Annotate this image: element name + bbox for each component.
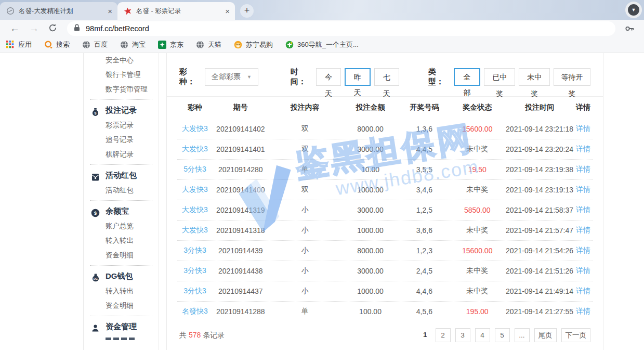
sidebar-item-安全中心[interactable]: 安全中心: [84, 53, 159, 68]
issue-number: 202109141318: [213, 226, 269, 235]
page-button-...[interactable]: ...: [515, 328, 530, 342]
refresh-icon[interactable]: [48, 23, 57, 34]
lottery-link[interactable]: 大发快3: [177, 205, 213, 215]
close-icon[interactable]: ×: [108, 7, 112, 15]
lottery-link[interactable]: 大发快3: [177, 185, 213, 195]
bet-time: 2021-09-14 21:27:55: [505, 307, 574, 316]
browser-tab-2[interactable]: 名發 - 彩票记录 ×: [117, 2, 235, 20]
table-row: 大发快3202109141400双1000.003,4,6未中奖2021-09-…: [177, 179, 593, 200]
sidebar-section-活动红包[interactable]: 活动红包: [84, 167, 159, 183]
back-icon[interactable]: ←: [10, 23, 20, 33]
detail-link[interactable]: 详情: [574, 287, 593, 296]
detail-link[interactable]: 详情: [574, 246, 593, 255]
lottery-link[interactable]: 名發快3: [177, 307, 213, 316]
detail-link[interactable]: 详情: [574, 165, 593, 174]
column-header: 开奖号码: [399, 103, 449, 112]
type-filter-全部[interactable]: 全部: [454, 68, 480, 86]
forward-icon[interactable]: →: [29, 23, 39, 33]
sidebar-item-资金明细[interactable]: 资金明细: [84, 299, 159, 313]
sidebar-item-资金明细[interactable]: 资金明细: [84, 248, 159, 263]
lottery-link[interactable]: 3分快3: [177, 287, 213, 296]
detail-link[interactable]: 详情: [574, 124, 593, 134]
detail-link[interactable]: 详情: [574, 205, 593, 215]
funds-icon: [91, 322, 100, 331]
prize-status: 未中奖: [449, 266, 505, 276]
issue-number: 20210914280: [213, 165, 269, 174]
bookmark-item[interactable]: 天猫: [196, 40, 221, 49]
table-row: 3分快320210914438小3000.002,4,5未中奖2021-09-1…: [177, 261, 593, 281]
lottery-link[interactable]: 3分快3: [177, 266, 213, 276]
svg-text:DG: DG: [94, 277, 98, 280]
sidebar-item-追号记录[interactable]: 追号记录: [84, 133, 159, 147]
sidebar-item-转入转出[interactable]: 转入转出: [84, 284, 159, 299]
bet-content: 双: [269, 124, 341, 134]
lottery-link[interactable]: 5分快3: [177, 165, 213, 174]
lottery-link[interactable]: 3分快3: [177, 246, 213, 255]
browser-tab-1[interactable]: 名發-大发精准计划 ×: [0, 2, 117, 20]
sidebar-item-活动红包[interactable]: 活动红包: [84, 183, 159, 198]
lottery-link[interactable]: 大发快3: [177, 124, 213, 134]
bet-time: 2021-09-14 21:49:14: [505, 287, 574, 295]
bookmark-item[interactable]: 搜索: [44, 40, 70, 49]
issue-number: 202109141400: [213, 186, 269, 194]
browser-toolbar: ← → 98mf.cc/betRecord: [0, 20, 644, 37]
address-bar[interactable]: 98mf.cc/betRecord: [67, 21, 615, 36]
time-filter-七天[interactable]: 七天: [374, 68, 399, 86]
sidebar-section-资金管理[interactable]: 资金管理: [84, 319, 159, 334]
password-key-icon[interactable]: [625, 24, 635, 33]
column-header: 彩种: [177, 103, 213, 112]
tab-search-button[interactable]: ▼: [625, 2, 642, 18]
bookmark-item[interactable]: 360导航_一个主页...: [285, 40, 359, 49]
tab-title: 名發-大发精准计划: [19, 7, 103, 16]
sidebar-section-DG钱包[interactable]: DGDG钱包: [84, 268, 159, 284]
bet-content: 双: [269, 185, 341, 195]
lottery-link[interactable]: 大发快3: [177, 145, 213, 154]
sidebar-item-数字货币管理[interactable]: 数字货币管理: [84, 82, 159, 97]
detail-link[interactable]: 详情: [574, 185, 593, 195]
filter-bar: 彩种： 全部彩票 ▼ 时间： 今天昨天七天 类型： 全部已中奖未中奖等待开奖: [179, 68, 590, 86]
sidebar-item-银行卡管理[interactable]: 银行卡管理: [84, 68, 159, 82]
page-buttons: 12345...尾页下一页: [419, 328, 590, 342]
detail-link[interactable]: 详情: [574, 226, 593, 235]
type-filter-等待开奖[interactable]: 等待开奖: [554, 68, 590, 86]
sidebar-section-余额宝[interactable]: $余额宝: [84, 203, 159, 219]
sidebar-section-投注记录[interactable]: $投注记录: [84, 102, 159, 118]
page-button-4[interactable]: 4: [475, 328, 490, 342]
lottery-select[interactable]: 全部彩票 ▼: [205, 68, 258, 86]
page-button-3[interactable]: 3: [455, 328, 470, 342]
detail-link[interactable]: 详情: [574, 145, 593, 154]
detail-link[interactable]: 详情: [574, 266, 593, 276]
table-row: 大发快3202109141402双8000.001,3,615600.00202…: [177, 119, 593, 139]
bookmark-item[interactable]: 百度: [82, 40, 108, 49]
bet-content: 小: [269, 205, 341, 215]
time-filter-今天[interactable]: 今天: [316, 68, 341, 86]
sidebar-item-彩票记录[interactable]: 彩票记录: [84, 118, 159, 133]
page-button-2[interactable]: 2: [436, 328, 451, 342]
last-page-button[interactable]: 尾页: [534, 328, 557, 342]
time-filter-group: 今天昨天七天: [316, 68, 399, 86]
bookmark-item[interactable]: 应用: [6, 40, 32, 49]
apps-grid-icon: [6, 41, 15, 49]
svg-text:$: $: [95, 111, 97, 115]
lottery-select-value: 全部彩票: [212, 72, 241, 82]
bookmark-item[interactable]: 苏宁易购: [234, 40, 273, 49]
pagination: 共578条记录 12345...尾页下一页: [179, 321, 590, 342]
new-tab-button[interactable]: +: [240, 4, 254, 18]
globe-icon: [120, 41, 128, 49]
bet-time: 2021-09-14 23:20:24: [505, 145, 574, 153]
detail-link[interactable]: 详情: [574, 307, 593, 316]
type-filter-未中奖[interactable]: 未中奖: [519, 68, 550, 86]
page-button-5[interactable]: 5: [495, 328, 510, 342]
sidebar-item-转入转出[interactable]: 转入转出: [84, 234, 159, 248]
lottery-link[interactable]: 大发快3: [177, 226, 213, 235]
bookmark-item[interactable]: 京东: [158, 40, 183, 49]
sidebar-item-棋牌记录[interactable]: 棋牌记录: [84, 147, 159, 162]
sidebar-item-账户总览[interactable]: 账户总览: [84, 219, 159, 234]
bet-time: 2021-09-14 21:51:26: [505, 267, 574, 275]
bookmark-item[interactable]: 淘宝: [120, 40, 146, 49]
close-icon[interactable]: ×: [225, 7, 230, 15]
time-filter-昨天[interactable]: 昨天: [345, 68, 371, 86]
next-page-button[interactable]: 下一页: [561, 328, 591, 342]
type-filter-已中奖[interactable]: 已中奖: [484, 68, 515, 86]
bookmark-label: 应用: [18, 40, 32, 49]
